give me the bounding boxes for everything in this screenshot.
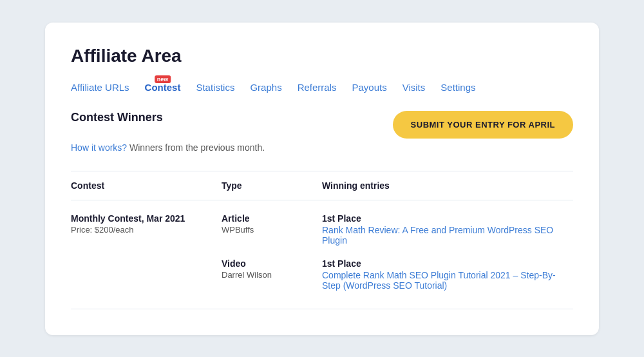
submit-entry-button[interactable]: SUBMIT YOUR ENTRY FOR APRIL — [393, 111, 573, 139]
contest-price: Price: $200/each — [71, 225, 222, 235]
contest-name: Monthly Contest, Mar 2021 — [71, 213, 222, 224]
table-header-row: Contest Type Winning entries — [71, 171, 573, 200]
type-cell: ArticleWPBuffs — [222, 200, 322, 248]
type-name: Video — [222, 258, 322, 269]
entry-link[interactable]: Rank Math Review: A Free and Premium Wor… — [322, 225, 573, 246]
affiliate-area-card: Affiliate Area Affiliate URLs new Contes… — [45, 23, 599, 335]
type-cell: VideoDarrel Wilson — [222, 248, 322, 293]
new-badge: new — [155, 75, 171, 83]
table-row: VideoDarrel Wilson1st PlaceComplete Rank… — [71, 248, 573, 293]
col-header-contest: Contest — [71, 171, 222, 200]
place-label: 1st Place — [322, 258, 573, 269]
nav-item-visits[interactable]: Visits — [402, 82, 426, 93]
entry-cell: 1st PlaceComplete Rank Math SEO Plugin T… — [322, 248, 573, 293]
nav-item-affiliate-urls[interactable]: Affiliate URLs — [71, 82, 129, 93]
nav-item-contest[interactable]: new Contest — [145, 82, 181, 93]
contest-cell: Monthly Contest, Mar 2021Price: $200/eac… — [71, 200, 222, 248]
place-label: 1st Place — [322, 213, 573, 224]
nav-item-statistics[interactable]: Statistics — [196, 82, 234, 93]
nav-item-referrals[interactable]: Referrals — [298, 82, 337, 93]
col-header-type: Type — [222, 171, 322, 200]
contest-subtitle: How it works? Winners from the previous … — [71, 142, 573, 153]
contest-section-title: Contest Winners — [71, 111, 163, 124]
table-divider-row — [71, 293, 573, 309]
page-title: Affiliate Area — [71, 46, 573, 66]
col-header-winning-entries: Winning entries — [322, 171, 573, 200]
type-author: WPBuffs — [222, 225, 322, 235]
type-author: Darrel Wilson — [222, 270, 322, 280]
how-it-works-link[interactable]: How it works? — [71, 142, 127, 153]
entry-link[interactable]: Complete Rank Math SEO Plugin Tutorial 2… — [322, 270, 573, 291]
entry-cell: 1st PlaceRank Math Review: A Free and Pr… — [322, 200, 573, 248]
nav-item-graphs[interactable]: Graphs — [250, 82, 281, 93]
nav-item-payouts[interactable]: Payouts — [352, 82, 387, 93]
table-row: Monthly Contest, Mar 2021Price: $200/eac… — [71, 200, 573, 248]
type-name: Article — [222, 213, 322, 224]
contest-cell — [71, 248, 222, 293]
contest-table: Contest Type Winning entries Monthly Con… — [71, 171, 573, 309]
nav-item-settings[interactable]: Settings — [440, 82, 475, 93]
nav-bar: Affiliate URLs new Contest Statistics Gr… — [71, 82, 573, 93]
contest-header: Contest Winners SUBMIT YOUR ENTRY FOR AP… — [71, 111, 573, 139]
